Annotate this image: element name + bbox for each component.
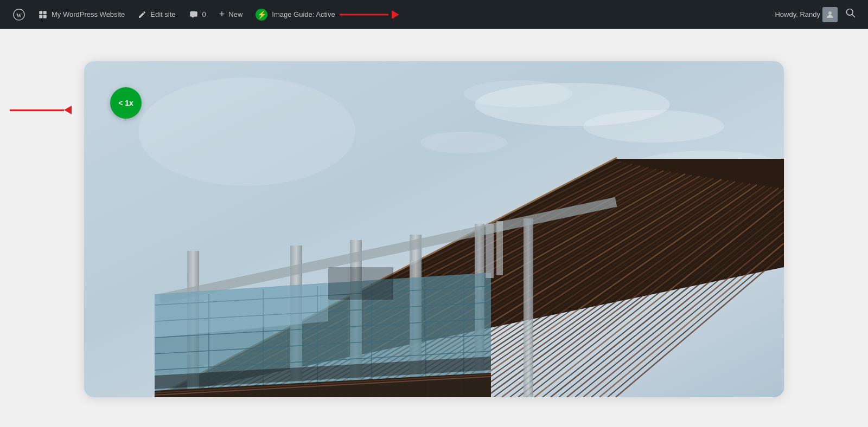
svg-rect-81 [524, 218, 533, 397]
svg-point-6 [828, 11, 832, 15]
edit-site-label: Edit site [150, 10, 175, 18]
badge-label: < 1x [118, 99, 133, 107]
image-guide-button[interactable]: ⚡ Image Guide: Active [249, 0, 405, 29]
comments-button[interactable]: 0 [182, 0, 213, 29]
body-arrow-indicator [10, 106, 72, 114]
plus-icon: + [219, 9, 225, 20]
wp-logo-button[interactable]: W [7, 0, 31, 29]
dashboard-icon [38, 10, 48, 20]
new-label: New [228, 10, 242, 18]
svg-text:W: W [16, 12, 22, 18]
howdy-text: Howdy, Randy [775, 10, 820, 18]
site-name-label: My WordPress Website [52, 10, 125, 18]
adminbar-right-section: Howdy, Randy [775, 7, 861, 22]
pencil-icon [138, 10, 146, 19]
image-guide-label: Image Guide: Active [272, 10, 335, 18]
svg-rect-102 [328, 267, 393, 300]
page-content: < 1x [0, 29, 868, 427]
svg-point-12 [464, 80, 572, 107]
image-size-badge[interactable]: < 1x [110, 87, 142, 119]
svg-rect-5 [43, 15, 47, 18]
svg-rect-4 [39, 15, 42, 18]
featured-image-container: < 1x [84, 61, 784, 397]
user-avatar[interactable] [822, 7, 838, 22]
comment-count: 0 [202, 10, 206, 18]
svg-point-14 [420, 132, 507, 153]
comment-icon [189, 10, 199, 20]
lightning-icon: ⚡ [256, 9, 267, 21]
svg-rect-101 [496, 221, 503, 275]
svg-point-103 [138, 77, 355, 186]
edit-site-button[interactable]: Edit site [131, 0, 182, 29]
new-content-button[interactable]: + New [213, 0, 250, 29]
admin-bar: W My WordPress Website Edit site 0 + New… [0, 0, 868, 29]
svg-line-8 [852, 15, 855, 17]
svg-rect-2 [39, 11, 42, 14]
search-icon[interactable] [840, 8, 861, 21]
site-name-button[interactable]: My WordPress Website [31, 0, 131, 29]
building-image [84, 61, 784, 397]
svg-point-11 [583, 110, 724, 143]
svg-rect-3 [43, 11, 47, 14]
header-arrow-indicator [340, 11, 399, 18]
svg-rect-100 [486, 224, 494, 278]
